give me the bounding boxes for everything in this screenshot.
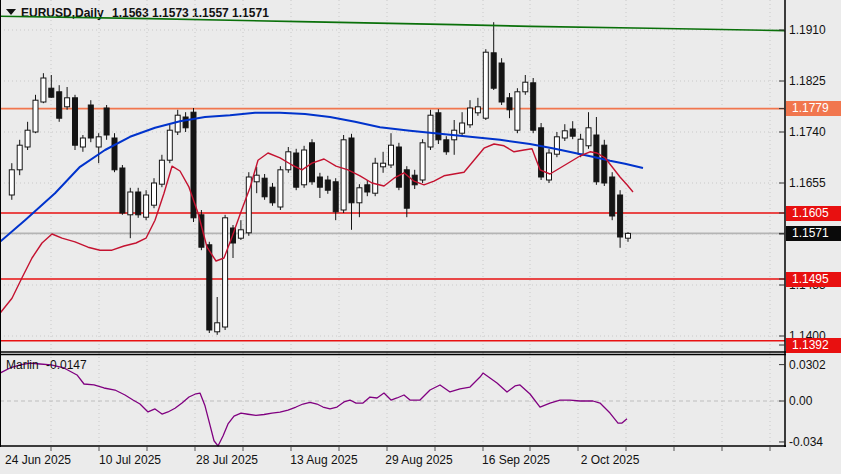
candle: [586, 112, 591, 149]
indicator-tick-label: -0.034: [789, 435, 839, 449]
red-ma-line: [0, 144, 633, 313]
candle: [88, 100, 93, 142]
green-trendline: [0, 16, 785, 30]
candle: [499, 58, 504, 105]
candle: [475, 98, 480, 116]
date-label: 10 Jul 2025: [99, 453, 161, 467]
candle: [104, 105, 109, 140]
date-label: 2 Oct 2025: [581, 453, 640, 467]
price-tick-label: 1.1655: [789, 176, 839, 190]
indicator-value: -0.0147: [46, 358, 87, 372]
price-tick-label: 1.1910: [789, 23, 839, 37]
date-label: 24 Jun 2025: [5, 453, 71, 467]
candle: [547, 149, 552, 183]
candle: [562, 124, 567, 141]
candle: [389, 133, 394, 168]
price-level-badge: 1.1605: [786, 206, 841, 221]
chart-window[interactable]: EURUSD,Daily 1.1563 1.1573 1.1557 1.1571…: [0, 0, 841, 474]
candle: [17, 140, 22, 175]
candle: [515, 88, 520, 133]
candle: [136, 188, 141, 218]
indicator-label: Marlin: [6, 358, 39, 372]
candle: [25, 122, 30, 150]
marlin-pane-canvas[interactable]: Marlin -0.0147: [0, 353, 786, 447]
candle: [610, 172, 615, 220]
indicator-tick-marks: [779, 365, 785, 442]
candle: [349, 134, 354, 230]
candle: [460, 112, 465, 136]
candle: [183, 112, 188, 132]
price-pane-layers: [0, 0, 786, 353]
price-level-badge: 1.1779: [786, 101, 841, 116]
candle: [412, 170, 417, 189]
candle: [207, 242, 212, 333]
candle: [507, 93, 512, 118]
candle: [381, 152, 386, 173]
candle: [373, 158, 378, 196]
candle: [246, 172, 251, 236]
candle: [594, 117, 599, 185]
price-axis-tick-marks: [779, 30, 785, 345]
candle: [531, 78, 536, 133]
grid-horizontal-lines: [0, 30, 785, 336]
candle: [128, 188, 133, 238]
indicator-tick-label: 0.00: [789, 394, 839, 408]
candle: [262, 174, 267, 200]
date-label: 29 Aug 2025: [385, 453, 452, 467]
candle: [554, 132, 559, 157]
price-level-badge: 1.1392: [786, 338, 841, 353]
candle: [523, 75, 528, 95]
candle: [333, 178, 338, 220]
price-pane-canvas[interactable]: EURUSD,Daily 1.1563 1.1573 1.1557 1.1571: [0, 0, 786, 353]
candle: [9, 163, 14, 200]
candle: [483, 49, 488, 120]
date-label: 16 Sep 2025: [482, 453, 550, 467]
candle: [152, 178, 157, 208]
candle: [341, 135, 346, 213]
candle: [396, 143, 401, 190]
candle: [33, 95, 38, 133]
price-tick-label: 1.1740: [789, 125, 839, 139]
candle: [452, 120, 457, 155]
price-tick-label: 1.1825: [789, 74, 839, 88]
candle: [270, 183, 275, 206]
candle: [294, 149, 299, 190]
candle: [468, 100, 473, 128]
indicator-tick-label: 0.0302: [789, 358, 839, 372]
candle: [238, 220, 243, 240]
candle: [602, 140, 607, 186]
candle: [73, 95, 78, 150]
grid-vertical-lines: [51, 0, 770, 353]
candle: [286, 147, 291, 173]
candle: [215, 297, 220, 335]
candle: [120, 165, 125, 215]
candle: [159, 155, 164, 187]
candle: [365, 180, 370, 196]
candle: [444, 136, 449, 155]
candle: [428, 110, 433, 150]
candle: [317, 173, 322, 198]
candle: [96, 133, 101, 163]
candle: [167, 125, 172, 163]
candle: [278, 166, 283, 210]
chart-menu-arrow-icon[interactable]: [6, 9, 16, 15]
candle: [325, 176, 330, 194]
candle: [65, 87, 70, 110]
candle: [80, 135, 85, 152]
candle: [41, 73, 46, 103]
candle: [420, 139, 425, 183]
marlin-line: [0, 363, 627, 446]
current-price-badge: 1.1571: [786, 226, 841, 241]
candle: [57, 85, 62, 122]
date-label: 13 Aug 2025: [290, 453, 357, 467]
candle: [618, 190, 623, 248]
candle: [49, 75, 54, 98]
candle: [144, 190, 149, 220]
date-label: 28 Jul 2025: [196, 453, 258, 467]
price-level-badge: 1.1495: [786, 272, 841, 287]
candle: [223, 215, 228, 330]
candle: [436, 109, 441, 144]
candlesticks-layer: [9, 22, 630, 335]
marlin-pane-layers: [0, 353, 786, 447]
candle: [112, 133, 117, 172]
